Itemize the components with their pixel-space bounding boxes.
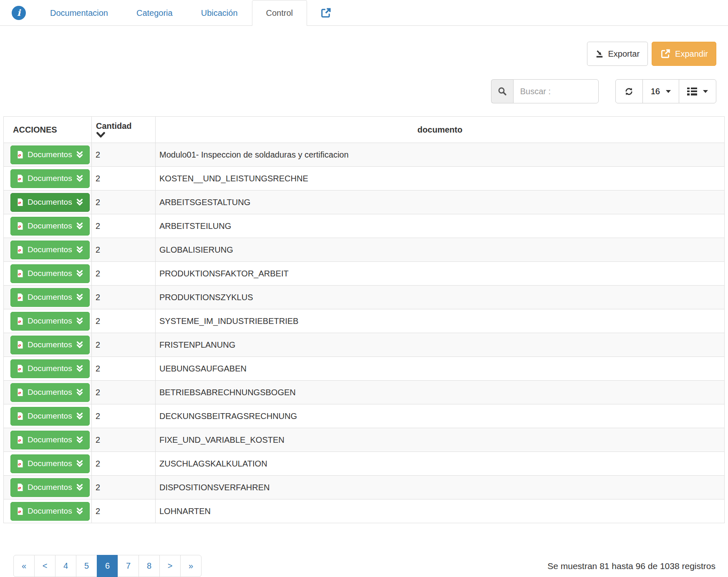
- table-row: Documentos 2 KOSTEN__UND_LEISTUNGSRECHNE: [4, 167, 725, 191]
- acciones-cell: Documentos: [4, 499, 92, 523]
- documento-cell: UEBUNGSAUFGABEN: [156, 357, 725, 381]
- acciones-cell: Documentos: [4, 286, 92, 309]
- documentos-button-label: Documentos: [28, 174, 72, 183]
- angle-double-down-icon: [76, 341, 83, 349]
- table-row: Documentos 2 LOHNARTEN: [4, 499, 725, 523]
- cantidad-cell: 2: [92, 333, 156, 357]
- tab-documentacion[interactable]: Documentacion: [36, 0, 122, 26]
- documentos-button[interactable]: Documentos: [10, 359, 90, 378]
- documentos-button[interactable]: Documentos: [10, 336, 90, 354]
- documento-cell: SYSTEME_IM_INDUSTRIEBETRIEB: [156, 309, 725, 333]
- pdf-file-icon: [17, 364, 24, 373]
- page-button-<[interactable]: <: [34, 555, 55, 577]
- documentos-button[interactable]: Documentos: [10, 288, 90, 307]
- documents-table: ACCIONES Cantidad documento Documentos: [3, 116, 725, 523]
- table-header-row: ACCIONES Cantidad documento: [4, 117, 725, 143]
- acciones-cell: Documentos: [4, 167, 92, 191]
- tab-bar: i Documentacion Categoria Ubicación Cont…: [0, 0, 728, 26]
- table-row: Documentos 2 BETRIEBSABRECHNUNGSBOGEN: [4, 381, 725, 404]
- documentos-button-label: Documentos: [28, 340, 72, 349]
- documentos-button[interactable]: Documentos: [10, 454, 90, 473]
- documentos-button[interactable]: Documentos: [10, 312, 90, 331]
- tab-control[interactable]: Control: [252, 0, 307, 26]
- pdf-file-icon: [17, 293, 24, 301]
- documentos-button[interactable]: Documentos: [10, 383, 90, 402]
- acciones-cell: Documentos: [4, 404, 92, 428]
- documentos-button-label: Documentos: [28, 221, 72, 231]
- page-button-«[interactable]: «: [13, 555, 35, 577]
- page-button-4[interactable]: 4: [55, 555, 76, 577]
- angle-double-down-icon: [76, 507, 83, 515]
- column-header-cantidad-label: Cantidad: [96, 121, 132, 130]
- page-button-8[interactable]: 8: [139, 555, 160, 577]
- table-row: Documentos 2 UEBUNGSAUFGABEN: [4, 357, 725, 381]
- tab-categoria[interactable]: Categoria: [122, 0, 187, 26]
- page-button-6[interactable]: 6: [97, 555, 118, 577]
- pdf-file-icon: [17, 436, 24, 444]
- pdf-file-icon: [17, 198, 24, 206]
- table-row: Documentos 2 Modulo01- Inspeccion de sol…: [4, 143, 725, 167]
- pdf-file-icon: [17, 483, 24, 492]
- documentos-button[interactable]: Documentos: [10, 217, 90, 236]
- documento-cell: BETRIEBSABRECHNUNGSBOGEN: [156, 381, 725, 404]
- acciones-cell: Documentos: [4, 428, 92, 452]
- table-row: Documentos 2 FIXE_UND_VARIABLE_KOSTEN: [4, 428, 725, 452]
- documento-cell: KOSTEN__UND_LEISTUNGSRECHNE: [156, 167, 725, 191]
- page-button->[interactable]: >: [159, 555, 181, 577]
- pdf-file-icon: [17, 246, 24, 254]
- export-button[interactable]: Exportar: [587, 42, 648, 66]
- angle-double-down-icon: [76, 364, 83, 373]
- table-body: Documentos 2 Modulo01- Inspeccion de sol…: [4, 143, 725, 523]
- external-link-icon: [320, 7, 332, 19]
- documentos-button[interactable]: Documentos: [10, 431, 90, 449]
- angle-double-down-icon: [76, 436, 83, 444]
- search-input[interactable]: [513, 79, 599, 103]
- footer: «<45678>» Se muestran 81 hasta 96 de 103…: [13, 555, 715, 577]
- info-button[interactable]: i: [6, 0, 36, 25]
- chevron-down-icon: [666, 90, 671, 93]
- documento-cell: PRODUKTIONSFAKTOR_ARBEIT: [156, 262, 725, 286]
- angle-double-down-icon: [76, 388, 83, 396]
- cantidad-cell: 2: [92, 214, 156, 238]
- documento-cell: ZUSCHLAGSKALKULATION: [156, 452, 725, 476]
- cantidad-cell: 2: [92, 357, 156, 381]
- pdf-file-icon: [17, 341, 24, 349]
- columns-dropdown[interactable]: [679, 79, 716, 103]
- documentos-button[interactable]: Documentos: [10, 502, 90, 521]
- table-row: Documentos 2 DECKUNGSBEITRAGSRECHNUNG: [4, 404, 725, 428]
- chevron-down-icon: [703, 90, 708, 93]
- documentos-button[interactable]: Documentos: [10, 169, 90, 188]
- page-button-5[interactable]: 5: [76, 555, 97, 577]
- page-button-7[interactable]: 7: [118, 555, 139, 577]
- documentos-button[interactable]: Documentos: [10, 264, 90, 283]
- documentos-button[interactable]: Documentos: [10, 193, 90, 212]
- pdf-file-icon: [17, 507, 24, 515]
- open-new-window-button[interactable]: [307, 0, 345, 26]
- documentos-button[interactable]: Documentos: [10, 146, 90, 164]
- refresh-button[interactable]: [615, 79, 643, 103]
- page-size-dropdown[interactable]: 16: [642, 79, 679, 103]
- search-addon: [491, 79, 513, 103]
- documentos-button[interactable]: Documentos: [10, 478, 90, 497]
- documentos-button[interactable]: Documentos: [10, 407, 90, 426]
- documentos-button[interactable]: Documentos: [10, 241, 90, 259]
- column-header-acciones: ACCIONES: [4, 117, 92, 143]
- toolbar-top: Exportar Expandir: [0, 42, 716, 66]
- sort-desc-icon: [96, 132, 151, 138]
- page-button-»[interactable]: »: [180, 555, 202, 577]
- expand-button[interactable]: Expandir: [652, 42, 716, 66]
- acciones-cell: Documentos: [4, 262, 92, 286]
- list-columns-icon: [687, 88, 697, 95]
- acciones-cell: Documentos: [4, 191, 92, 214]
- pdf-file-icon: [17, 459, 24, 468]
- expand-button-label: Expandir: [675, 49, 708, 59]
- pagination: «<45678>»: [13, 555, 202, 577]
- table-row: Documentos 2 DISPOSITIONSVERFAHREN: [4, 476, 725, 499]
- column-header-documento[interactable]: documento: [156, 117, 725, 143]
- documentos-button-label: Documentos: [28, 198, 72, 207]
- acciones-cell: Documentos: [4, 357, 92, 381]
- column-header-cantidad[interactable]: Cantidad: [92, 117, 156, 143]
- acciones-cell: Documentos: [4, 238, 92, 262]
- acciones-cell: Documentos: [4, 333, 92, 357]
- tab-ubicacion[interactable]: Ubicación: [187, 0, 252, 26]
